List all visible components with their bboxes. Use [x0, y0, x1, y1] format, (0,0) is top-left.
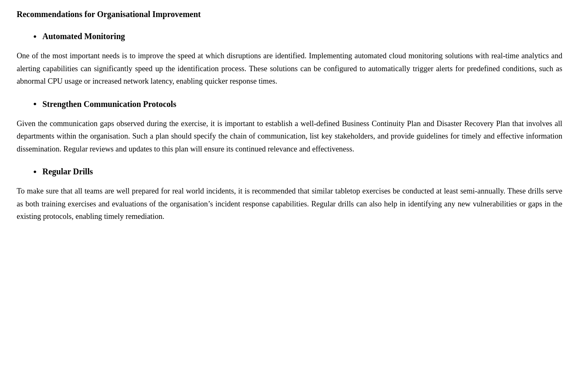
section-heading-text-regular-drills: Regular Drills — [42, 167, 93, 176]
bullet-icon: • — [33, 32, 37, 41]
page-title: Recommendations for Organisational Impro… — [17, 8, 562, 20]
section-heading-strengthen-communication: • Strengthen Communication Protocols — [17, 99, 562, 109]
section-heading-automated-monitoring: • Automated Monitoring — [17, 32, 562, 41]
section-heading-text-automated-monitoring: Automated Monitoring — [42, 32, 125, 41]
section-heading-text-strengthen-communication: Strengthen Communication Protocols — [42, 99, 176, 109]
section-heading-regular-drills: • Regular Drills — [17, 167, 562, 176]
page-container: Recommendations for Organisational Impro… — [17, 8, 562, 223]
section-body-automated-monitoring: One of the most important needs is to im… — [17, 50, 562, 88]
bullet-icon-3: • — [33, 167, 37, 176]
section-body-regular-drills: To make sure that all teams are well pre… — [17, 185, 562, 223]
section-strengthen-communication: • Strengthen Communication Protocols Giv… — [17, 99, 562, 156]
bullet-icon-2: • — [33, 99, 37, 109]
section-regular-drills: • Regular Drills To make sure that all t… — [17, 167, 562, 223]
section-body-strengthen-communication: Given the communication gaps observed du… — [17, 117, 562, 156]
section-automated-monitoring: • Automated Monitoring One of the most i… — [17, 32, 562, 88]
